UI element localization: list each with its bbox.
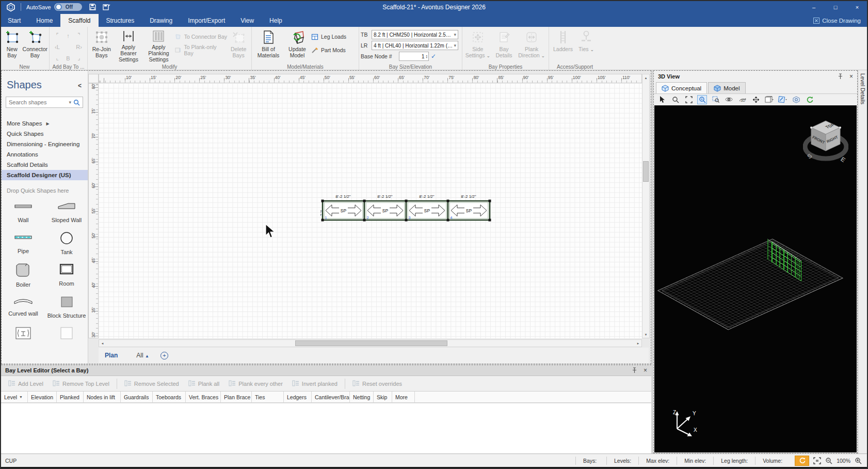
render-settings-icon[interactable] [791, 95, 801, 104]
column-header-netting[interactable]: Netting [350, 392, 374, 402]
add-bay-direction-icon[interactable]: B [63, 53, 73, 64]
ble-button-reset-overrides[interactable]: Reset overrides [348, 378, 406, 389]
column-header-elevation[interactable]: Elevation [28, 392, 57, 402]
ble-button-remove-selected[interactable]: Remove Selected [120, 378, 183, 389]
base-node-spinner[interactable]: ▴▾ [426, 54, 427, 58]
ribbon-tab-import-export[interactable]: Import/Export [180, 14, 233, 27]
vertical-scroll-thumb[interactable] [643, 161, 649, 182]
ble-button-plank-every-other[interactable]: Plank every other [224, 378, 287, 389]
ties-button[interactable]: Ties ⌄ [575, 28, 597, 62]
ble-button-invert-planked[interactable]: Invert planked [288, 378, 342, 389]
close-panel-icon[interactable]: × [644, 367, 647, 374]
autosave-toggle[interactable]: Off [54, 3, 82, 11]
add-bay-direction-icon[interactable] [63, 41, 73, 52]
column-header-cantilever-brack-[interactable]: Cantilever/Brack... [312, 392, 350, 402]
delete-bays-button[interactable]: Delete Bays [227, 28, 250, 62]
search-caret-icon[interactable]: ▾ [69, 100, 71, 105]
add-bay-direction-icon[interactable]: ⌞ [52, 53, 62, 64]
side-settings-button[interactable]: Side Settings ⌄ [464, 28, 492, 62]
column-header-ties[interactable]: Ties [252, 392, 284, 402]
fit-view-icon[interactable] [813, 457, 821, 464]
plan-bay-4[interactable]: 8'-2 1/2" SP 4 [448, 194, 490, 220]
ribbon-tab-start[interactable]: Start [0, 14, 28, 27]
level-details-side-tab[interactable]: Level Details [858, 70, 867, 454]
shape-search-box[interactable]: ▾ [6, 97, 83, 108]
3d-viewport[interactable]: S E TOP FRONT RIGHT Z Y X [654, 105, 857, 452]
column-header-skip[interactable]: Skip [374, 392, 392, 402]
stencil-shape-tank[interactable]: Tank [45, 231, 88, 256]
stencil-shape-blank[interactable] [45, 326, 88, 342]
ribbon-tab-home[interactable]: Home [28, 14, 60, 27]
bill-of-materials-button[interactable]: Bill of Materials [253, 28, 283, 62]
column-header-toeboards[interactable]: Toeboards [153, 392, 186, 402]
refresh-3d-icon[interactable] [805, 95, 814, 104]
add-bay-direction-icon[interactable]: ↑ [63, 30, 73, 41]
search-icon[interactable] [73, 99, 80, 106]
plank-direction-button[interactable]: Plank Direction ⌄ [516, 28, 547, 62]
column-header-more[interactable]: More [392, 392, 415, 402]
add-bay-direction-icon[interactable]: R› [74, 41, 84, 52]
stencil-shape-room[interactable]: Room [45, 262, 88, 288]
zoom-window-icon[interactable] [711, 95, 720, 104]
stencil-shape-pipe[interactable]: Pipe [2, 231, 45, 256]
column-header-level[interactable]: Level▼ [1, 392, 28, 402]
visual-style-dropdown-icon[interactable] [778, 95, 787, 104]
horizontal-scrollbar[interactable]: ◂ ▸ [99, 339, 642, 347]
add-bay-direction-icon[interactable]: ⌜ [52, 30, 62, 41]
views-cube-dropdown-icon[interactable] [764, 95, 774, 104]
ribbon-tab-structures[interactable]: Structures [99, 14, 142, 27]
save-as-button[interactable] [101, 2, 112, 12]
zoom-level[interactable]: 100% [837, 458, 850, 464]
connector-bay-button[interactable]: Connector Bay [23, 28, 47, 62]
save-button[interactable] [87, 2, 99, 12]
pin-icon[interactable] [838, 73, 843, 80]
pin-icon[interactable] [632, 367, 637, 373]
stencil-shape-curved-wall[interactable]: Curved wall [2, 295, 45, 319]
zoom-out-icon[interactable] [825, 457, 832, 464]
column-header-planked[interactable]: Planked [57, 392, 84, 402]
sidebar-category-0[interactable]: More Shapes▶ [2, 118, 88, 129]
close-panel-icon[interactable]: × [849, 73, 853, 80]
rejoin-bays-button[interactable]: Re-Join Bays [89, 28, 114, 62]
to-connector-bay-button[interactable]: To Connector Bay [174, 32, 227, 41]
orbit-icon[interactable] [724, 95, 734, 104]
base-node-apply-icon[interactable]: ✓ [431, 53, 436, 60]
stencil-shape-wall[interactable]: Wall [2, 200, 45, 224]
stencil-shape-block-structure[interactable]: Block Structure [45, 295, 88, 319]
sidebar-category-4[interactable]: Scaffold Details [2, 160, 88, 170]
scroll-up-icon[interactable]: ▴ [642, 74, 649, 81]
vertical-scrollbar[interactable]: ▴ ▾ [642, 74, 650, 338]
tab-plan[interactable]: Plan [105, 352, 118, 359]
sidebar-category-5[interactable]: Scaffold Designer (US) [2, 170, 88, 180]
leg-loads-button[interactable]: Leg Loads [311, 32, 355, 41]
stencil-shape-boiler[interactable]: Boiler [2, 262, 45, 288]
ribbon-tab-view[interactable]: View [233, 14, 262, 27]
zoom-in-icon[interactable] [855, 457, 862, 464]
ribbon-tab-scaffold[interactable]: Scaffold [60, 14, 98, 27]
tb-select[interactable]: 8.2 ft | CHM250 | Horizontal 2.5m (8'2")… [372, 30, 458, 39]
column-header-ledgers[interactable]: Ledgers [284, 392, 312, 402]
apply-planking-button[interactable]: Apply Planking Settings [143, 28, 174, 62]
new-bay-button[interactable]: New Bay [2, 28, 23, 62]
close-button[interactable]: × [846, 0, 868, 14]
to-plank-only-button[interactable]: To Plank-only Bay [174, 45, 227, 55]
model-refresh-button[interactable] [795, 456, 809, 466]
zoom-icon[interactable] [670, 95, 680, 104]
ble-button-add-level[interactable]: Add Level [4, 378, 47, 389]
add-bay-direction-icon[interactable]: ⌟ [74, 53, 84, 64]
column-header-nodes-in-lift[interactable]: Nodes in lift [84, 392, 121, 402]
free-orbit-3d-icon[interactable]: 3D [737, 95, 747, 104]
add-page-button[interactable]: + [160, 352, 168, 359]
pan-icon[interactable] [751, 95, 761, 104]
plan-bay-3[interactable]: 8'-2 1/2" SP 3 [406, 194, 448, 220]
plan-bay-2[interactable]: 8'-2 1/2" SP 2 [364, 194, 406, 220]
collapse-panel-icon[interactable]: < [78, 82, 82, 89]
zoom-extents-icon[interactable] [684, 95, 694, 104]
sidebar-category-3[interactable]: Annotations [2, 149, 88, 160]
ble-button-plank-all[interactable]: Plank all [184, 378, 224, 389]
ribbon-tab-help[interactable]: Help [262, 14, 290, 27]
apply-bearer-button[interactable]: Apply Bearer Settings [114, 28, 143, 62]
select-cursor-icon[interactable] [657, 95, 667, 104]
layers-dropdown[interactable]: All ▲ [136, 352, 149, 359]
app-logo-icon[interactable] [6, 3, 15, 12]
